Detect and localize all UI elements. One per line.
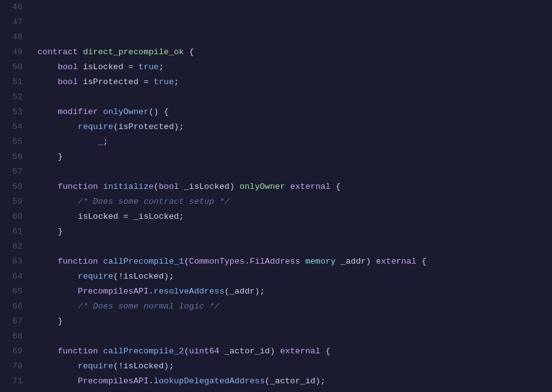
code-line: isLocked = _isLocked; [37,209,547,224]
code-line: function callPrecompile_1(CommonTypes.Fi… [37,254,547,269]
code-line: bool isLocked = true; [37,60,547,75]
line-number: 50 [5,60,22,75]
line-number: 53 [5,105,22,120]
line-number: 49 [5,45,22,60]
code-line [37,329,547,344]
line-number: 59 [5,194,22,209]
line-number: 62 [5,239,22,254]
code-line: } [37,314,547,329]
code-line: PrecompilesAPI.lookupDelegatedAddress(_a… [37,374,547,389]
code-line: } [37,150,547,165]
line-number: 67 [5,314,22,329]
code-line [37,239,547,254]
line-number: 54 [5,120,22,135]
line-number: 52 [5,90,22,105]
code-line [37,90,547,105]
line-number: 55 [5,135,22,150]
line-number: 51 [5,75,22,90]
code-line: modifier onlyOwner() { [37,105,547,120]
line-number: 69 [5,344,22,359]
code-line: require(!isLocked); [37,359,547,374]
line-number: 56 [5,150,22,165]
code-line: require(isProtected); [37,120,547,135]
line-number: 46 [5,0,22,15]
code-editor: 4647484950515253545556575859606162636465… [0,0,552,392]
code-line: PrecompilesAPI.resolveAddress(_addr); [37,284,547,299]
line-number: 61 [5,224,22,239]
line-number: 65 [5,284,22,299]
line-number: 71 [5,374,22,389]
code-line: _; [37,135,547,150]
code-line: contract direct_precompile_ok { [37,45,547,60]
line-number: 63 [5,254,22,269]
code-line: require(!isLocked); [37,269,547,284]
line-number: 66 [5,299,22,314]
line-number: 60 [5,209,22,224]
code-line: function initialize(bool _isLocked) only… [37,179,547,194]
code-line: /* Does some contract setup */ [37,194,547,209]
line-number: 68 [5,329,22,344]
code-line: function callPrecompile_2(uint64 _actor_… [37,344,547,359]
line-number: 47 [5,15,22,30]
line-numbers: 4647484950515253545556575859606162636465… [0,0,32,392]
code-content: contract direct_precompile_ok { bool isL… [32,0,552,392]
code-line [37,165,547,179]
line-number: 58 [5,179,22,194]
code-line: bool isProtected = true; [37,75,547,90]
code-line: /* Does some normal logic */ [37,389,547,392]
code-line: } [37,224,547,239]
line-number: 48 [5,30,22,45]
code-line: /* Does some normal logic */ [37,299,547,314]
line-number: 57 [5,165,22,179]
line-number: 64 [5,269,22,284]
line-number: 70 [5,359,22,374]
